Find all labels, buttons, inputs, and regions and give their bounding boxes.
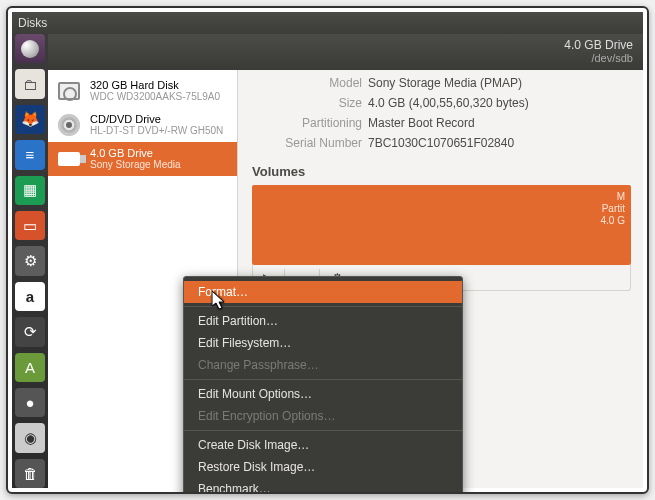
menu-separator — [184, 430, 462, 431]
sidebar-item-usb[interactable]: 4.0 GB Drive Sony Storage Media — [48, 142, 237, 176]
launcher-calc-icon[interactable]: ▦ — [15, 176, 45, 205]
launcher-misc-icon[interactable]: ● — [15, 388, 45, 417]
sidebar-item-title: 4.0 GB Drive — [90, 147, 181, 159]
menu-item-benchmark[interactable]: Benchmark… — [184, 478, 462, 494]
menu-item-edit-mount[interactable]: Edit Mount Options… — [184, 383, 462, 405]
menu-item-edit-filesystem[interactable]: Edit Filesystem… — [184, 332, 462, 354]
launcher-amazon-icon[interactable]: a — [15, 282, 45, 311]
app-title: Disks — [12, 16, 47, 30]
launcher-updates-icon[interactable]: A — [15, 353, 45, 382]
launcher-settings-icon[interactable]: ⚙ — [15, 246, 45, 275]
launcher-trash-icon[interactable]: 🗑 — [15, 459, 45, 488]
info-key-model: Model — [252, 76, 362, 90]
sidebar-item-cddvd[interactable]: CD/DVD Drive HL-DT-ST DVD+/-RW GH50N — [48, 108, 237, 142]
header-drive-title: 4.0 GB Drive /dev/sdb — [564, 39, 633, 65]
info-val-size: 4.0 GB (4,00,55,60,320 bytes) — [368, 96, 631, 110]
menu-item-edit-encryption: Edit Encryption Options… — [184, 405, 462, 427]
drive-info-grid: Model Sony Storage Media (PMAP) Size 4.0… — [252, 76, 631, 150]
unity-launcher: 🗀 🦊 ≡ ▦ ▭ ⚙ a ⟳ A ● ◉ 🗑 — [12, 32, 48, 488]
menu-item-format[interactable]: Format… — [184, 281, 462, 303]
app-frame: Disks 🗀 🦊 ≡ ▦ ▭ ⚙ a ⟳ A ● ◉ 🗑 4.0 GB Dri… — [6, 6, 649, 494]
sidebar-item-label: 320 GB Hard Disk WDC WD3200AAKS-75L9A0 — [90, 79, 220, 103]
info-val-model: Sony Storage Media (PMAP) — [368, 76, 631, 90]
launcher-firefox-icon[interactable]: 🦊 — [15, 105, 45, 134]
sidebar-item-title: CD/DVD Drive — [90, 113, 223, 125]
sidebar-item-sub: WDC WD3200AAKS-75L9A0 — [90, 91, 220, 103]
info-key-serial: Serial Number — [252, 136, 362, 150]
hdd-icon — [56, 78, 82, 104]
volume-context-menu: Format… Edit Partition… Edit Filesystem…… — [183, 276, 463, 494]
menu-separator — [184, 379, 462, 380]
menu-item-create-image[interactable]: Create Disk Image… — [184, 434, 462, 456]
header-drive-device: /dev/sdb — [564, 52, 633, 65]
info-key-partitioning: Partitioning — [252, 116, 362, 130]
volumes-section-title: Volumes — [252, 164, 631, 179]
sidebar-item-hdd[interactable]: 320 GB Hard Disk WDC WD3200AAKS-75L9A0 — [48, 74, 237, 108]
sidebar-item-sub: Sony Storage Media — [90, 159, 181, 171]
sidebar-item-label: 4.0 GB Drive Sony Storage Media — [90, 147, 181, 171]
menu-item-change-passphrase: Change Passphrase… — [184, 354, 462, 376]
launcher-writer-icon[interactable]: ≡ — [15, 140, 45, 169]
launcher-software-icon[interactable]: ⟳ — [15, 317, 45, 346]
info-val-partitioning: Master Boot Record — [368, 116, 631, 130]
launcher-disks-icon[interactable]: ◉ — [15, 423, 45, 452]
menu-item-edit-partition[interactable]: Edit Partition… — [184, 310, 462, 332]
sidebar-item-title: 320 GB Hard Disk — [90, 79, 220, 91]
volume-partition-box[interactable]: M Partit 4.0 G — [252, 185, 631, 265]
launcher-files-icon[interactable]: 🗀 — [15, 69, 45, 98]
launcher-impress-icon[interactable]: ▭ — [15, 211, 45, 240]
volume-partition-label: M Partit 4.0 G — [601, 191, 625, 227]
sidebar-item-label: CD/DVD Drive HL-DT-ST DVD+/-RW GH50N — [90, 113, 223, 137]
header-drive-name: 4.0 GB Drive — [564, 39, 633, 52]
info-val-serial: 7BC1030C1070651F02840 — [368, 136, 631, 150]
window-headerbar: 4.0 GB Drive /dev/sdb — [48, 34, 643, 70]
menu-separator — [184, 306, 462, 307]
menu-item-restore-image[interactable]: Restore Disk Image… — [184, 456, 462, 478]
cd-icon — [56, 112, 82, 138]
usb-icon — [56, 146, 82, 172]
top-menubar: Disks — [12, 12, 643, 34]
launcher-dash-icon[interactable] — [15, 34, 45, 63]
info-key-size: Size — [252, 96, 362, 110]
sidebar-item-sub: HL-DT-ST DVD+/-RW GH50N — [90, 125, 223, 137]
